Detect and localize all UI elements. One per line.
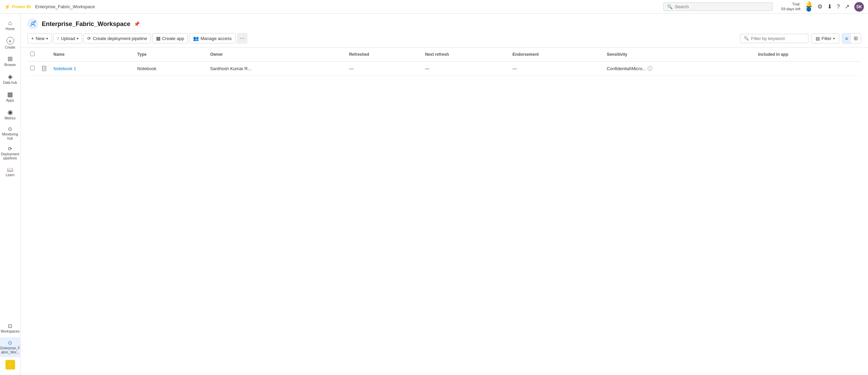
create-icon: + <box>7 37 14 44</box>
sidebar-item-label: Enterprise_F abric_Wor... <box>0 346 20 354</box>
sidebar-item-workspaces[interactable]: ⊡ Workspaces <box>0 320 20 337</box>
filter-dropdown-icon: ▾ <box>833 37 835 40</box>
powerbi-icon: ⚡ <box>8 362 13 367</box>
sidebar-item-metrics[interactable]: ◉ Metrics <box>0 106 20 124</box>
sidebar-item-monitoring[interactable]: ⊙ Monitoring hub <box>0 124 20 143</box>
browse-icon: ⊞ <box>8 56 13 62</box>
new-icon: + <box>31 36 34 41</box>
manage-access-icon: 👥 <box>193 36 199 41</box>
pipeline-icon: ⟳ <box>87 36 91 41</box>
manage-access-button[interactable]: 👥 Manage access <box>189 33 235 43</box>
user-avatar[interactable]: SK <box>854 2 864 12</box>
row-included-in-app <box>755 62 861 76</box>
sidebar-item-label: Learn <box>6 173 15 177</box>
col-type-icon <box>38 48 51 62</box>
sensitivity-info-icon[interactable]: i <box>648 66 652 71</box>
sidebar-item-label: Data hub <box>3 81 17 85</box>
row-sensitivity: Confidential\Micro... i <box>604 62 755 76</box>
search-input[interactable] <box>675 4 769 9</box>
sidebar-item-browse[interactable]: ⊞ Browse <box>0 52 20 70</box>
upload-dropdown-icon: ▾ <box>77 37 78 40</box>
sidebar-item-label: Home <box>5 27 15 31</box>
workspace-header: Enterprise_Fabric_Workspace 📌 <box>21 14 868 29</box>
metrics-icon: ◉ <box>8 109 13 115</box>
share-button[interactable]: ↗ <box>845 3 850 10</box>
sidebar-item-create[interactable]: + Create <box>0 34 20 52</box>
filter-search-icon: 🔍 <box>744 36 749 41</box>
table-area: Name Type Owner Refreshed Next refresh E… <box>21 48 868 375</box>
view-toggle: ≡ ⊞ <box>842 33 861 43</box>
col-included-in-app[interactable]: Included in app <box>755 48 861 62</box>
list-view-button[interactable]: ≡ <box>842 34 851 43</box>
filter-search-box[interactable]: 🔍 <box>740 34 808 43</box>
col-next-refresh[interactable]: Next refresh <box>422 48 510 62</box>
notification-badge: 1 <box>806 7 811 12</box>
sidebar: ⌂ Home + Create ⊞ Browse ◈ Data hub ▦ Ap… <box>0 14 21 375</box>
upload-icon: ↑ <box>57 36 59 41</box>
create-app-button[interactable]: ▦ Create app <box>152 33 188 43</box>
row-select-checkbox[interactable] <box>30 66 35 70</box>
apps-icon: ▦ <box>7 91 13 98</box>
app-icon: ▦ <box>156 36 161 41</box>
content-area: Enterprise_Fabric_Workspace 📌 + New ▾ ↑ … <box>21 14 868 375</box>
settings-button[interactable]: ⚙ <box>817 3 822 10</box>
main-layout: ⌂ Home + Create ⊞ Browse ◈ Data hub ▦ Ap… <box>0 14 868 375</box>
row-refreshed: — <box>346 62 422 76</box>
deployment-icon: ⟳ <box>8 146 12 151</box>
col-sensitivity[interactable]: Sensitivity <box>604 48 755 62</box>
item-type-icon <box>41 65 48 72</box>
filter-button[interactable]: ▤ Filter ▾ <box>811 34 839 43</box>
top-bar: ⚡ Power BI Enterprise_Fabric_Workspace 🔍… <box>0 0 868 14</box>
sidebar-item-datahub[interactable]: ◈ Data hub <box>0 70 20 88</box>
powerbi-bottom-icon[interactable]: ⚡ <box>5 360 15 370</box>
powerbi-logo[interactable]: ⚡ Power BI <box>4 4 31 10</box>
sidebar-item-label: Workspaces <box>1 329 20 334</box>
col-checkbox[interactable] <box>27 48 38 62</box>
sidebar-item-label: Metrics <box>4 116 15 120</box>
col-name[interactable]: Name <box>51 48 135 62</box>
home-icon: ⌂ <box>8 20 12 26</box>
sensitivity-value: Confidential\Micro... <box>607 66 646 71</box>
workspace-title: Enterprise_Fabric_Workspace <box>42 21 130 28</box>
sidebar-item-deployment[interactable]: ⟳ Deployment pipelines <box>0 143 20 163</box>
row-endorsement: — <box>510 62 604 76</box>
sidebar-item-label: Browse <box>4 63 16 67</box>
filter-keyword-input[interactable] <box>751 36 805 41</box>
global-search-box[interactable]: 🔍 <box>663 2 773 11</box>
search-icon: 🔍 <box>667 4 673 9</box>
sidebar-item-learn[interactable]: 📖 Learn <box>0 163 20 181</box>
col-owner[interactable]: Owner <box>207 48 346 62</box>
sidebar-item-apps[interactable]: ▦ Apps <box>0 88 20 106</box>
sidebar-item-label: Create <box>5 46 15 50</box>
row-next-refresh: — <box>422 62 510 76</box>
sidebar-item-enterprise-workspace[interactable]: ⊙ Enterprise_F abric_Wor... <box>0 337 20 357</box>
row-name[interactable]: Notebook 1 <box>51 62 135 76</box>
grid-view-button[interactable]: ⊞ <box>851 34 861 43</box>
sidebar-item-label: Monitoring hub <box>1 132 19 141</box>
workspaces-icon: ⊡ <box>8 323 12 328</box>
col-refreshed[interactable]: Refreshed <box>346 48 422 62</box>
row-icon-cell <box>38 62 51 76</box>
more-actions-button[interactable]: ··· <box>237 33 247 44</box>
sidebar-item-label: Apps <box>6 99 14 103</box>
table-row[interactable]: Notebook 1 Notebook Santhosh Kumar R... … <box>27 62 861 76</box>
upload-button[interactable]: ↑ Upload ▾ <box>53 33 82 43</box>
new-button[interactable]: + New ▾ <box>27 33 52 43</box>
col-type[interactable]: Type <box>135 48 207 62</box>
pin-workspace-button[interactable]: 📌 <box>134 21 140 27</box>
topbar-workspace-link[interactable]: Enterprise_Fabric_Workspace <box>35 4 95 9</box>
workspace-icon-badge <box>27 18 38 29</box>
items-table: Name Type Owner Refreshed Next refresh E… <box>27 48 861 76</box>
select-all-checkbox[interactable] <box>30 52 35 56</box>
sidebar-item-home[interactable]: ⌂ Home <box>0 16 20 34</box>
trial-info: Trial: 59 days left <box>781 2 800 11</box>
workspace-icon: ⊙ <box>8 340 12 345</box>
filter-icon: ▤ <box>816 36 820 41</box>
col-endorsement[interactable]: Endorsement <box>510 48 604 62</box>
create-pipeline-button[interactable]: ⟳ Create deployment pipeline <box>84 34 151 43</box>
row-checkbox[interactable] <box>27 62 38 76</box>
download-button[interactable]: ⬇ <box>827 3 832 10</box>
notification-button[interactable]: 🔔 1 <box>805 1 813 13</box>
help-button[interactable]: ? <box>837 3 840 10</box>
datahub-icon: ◈ <box>8 74 13 80</box>
